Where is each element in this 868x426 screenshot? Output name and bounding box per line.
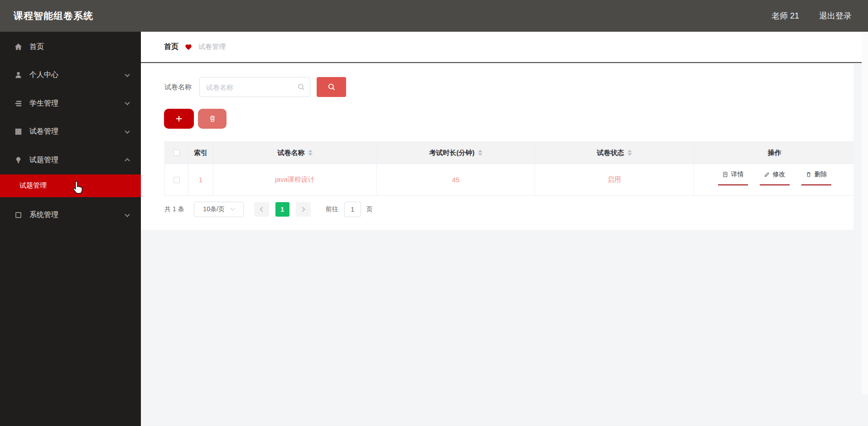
sort-icon[interactable] [627,150,632,156]
page-size-select[interactable]: 10条/页 [194,202,244,217]
sidebar-item-profile[interactable]: 个人中心 [0,61,141,90]
chevron-down-icon [230,206,235,210]
logout-link[interactable]: 退出登录 [819,10,852,21]
sidebar-item-students[interactable]: 学生管理 [0,89,141,118]
scrollbar-track[interactable] [862,0,868,394]
breadcrumb-current: 试卷管理 [198,43,226,51]
header-checkbox-cell [165,141,188,164]
chevron-down-icon [125,72,130,77]
prev-page-button[interactable] [254,202,269,217]
bulb-icon [14,155,23,165]
table-row: 1 java课程设计 45 启用 详情 [165,164,855,196]
sidebar-subitem-question-manage[interactable]: 试题管理 [0,174,141,197]
main-area: 首页 试卷管理 试卷名称 [141,32,868,426]
search-input-wrap [199,77,310,97]
cell-index: 1 [188,164,213,196]
grid-icon [14,127,23,136]
sidebar-item-home[interactable]: 首页 [0,33,141,61]
home-icon [14,42,23,51]
app-title: 课程智能组卷系统 [14,10,93,22]
sidebar-item-label: 试题管理 [29,155,58,165]
chevron-left-icon [260,207,265,212]
column-header-name: 试卷名称 [213,141,377,164]
column-header-actions: 操作 [694,141,855,164]
detail-button[interactable]: 详情 [718,170,748,185]
select-all-checkbox[interactable] [174,150,180,156]
topbar-right: 老师 21 退出登录 [772,10,852,21]
sidebar-item-label: 系统管理 [29,210,58,220]
document-icon [722,171,728,178]
plus-icon [174,114,183,123]
topbar: 课程智能组卷系统 老师 21 退出登录 [0,0,868,32]
trash-icon [805,171,812,178]
row-checkbox-cell [165,164,188,196]
search-label: 试卷名称 [164,83,192,92]
row-actions: 详情 修改 [718,164,831,195]
column-header-index: 索引 [188,141,213,164]
row-checkbox[interactable] [174,177,180,183]
search-button[interactable] [317,77,346,97]
sort-icon[interactable] [308,150,313,156]
pagination: 共 1 条 10条/页 1 前往 页 [164,201,373,218]
content-right-gutter [854,64,862,230]
search-input[interactable] [199,77,310,97]
sidebar-subitem-label: 试题管理 [19,181,47,190]
sidebar: 首页 个人中心 学生管理 试卷管理 试 [0,32,141,426]
papers-table: 索引 试卷名称 考试时长(分钟) 试卷状态 操作 [164,141,855,196]
add-button[interactable] [164,109,194,129]
sidebar-item-papers[interactable]: 试卷管理 [0,118,141,146]
trash-icon [208,115,217,123]
edit-button[interactable]: 修改 [760,170,790,185]
heart-icon [185,44,192,51]
breadcrumb: 首页 试卷管理 [141,32,868,63]
user-icon [14,71,23,80]
list-icon [14,99,23,108]
sidebar-item-questions[interactable]: 试题管理 [0,146,141,174]
goto-page-input[interactable] [344,202,361,217]
sidebar-item-label: 首页 [29,42,44,52]
current-user[interactable]: 老师 21 [772,10,799,21]
cell-duration: 45 [377,164,535,196]
cell-status: 启用 [535,164,694,196]
page-unit-label: 页 [366,205,373,213]
goto-label: 前往 [326,205,338,213]
chevron-down-icon [125,128,130,133]
search-icon [297,82,306,92]
batch-delete-button[interactable] [198,109,227,129]
sort-icon[interactable] [478,150,482,156]
pen-icon [764,171,770,178]
search-icon [327,82,336,92]
delete-button[interactable]: 删除 [801,170,831,185]
page-number-button[interactable]: 1 [275,202,289,217]
pagination-total: 共 1 条 [164,205,184,213]
column-header-status: 试卷状态 [535,141,694,164]
app-window: 课程智能组卷系统 老师 21 退出登录 首页 个人中心 学生管理 [0,0,868,426]
sidebar-item-label: 试卷管理 [29,127,58,136]
next-page-button[interactable] [296,202,311,217]
sidebar-item-system[interactable]: 系统管理 [0,201,141,230]
chevron-up-icon [125,158,130,163]
chevron-down-icon [125,212,130,217]
sidebar-item-label: 学生管理 [29,99,58,108]
sidebar-item-label: 个人中心 [29,70,58,80]
content-card: 试卷名称 [141,64,868,230]
chevron-down-icon [125,100,130,105]
chevron-right-icon [300,207,305,212]
cell-paper-name[interactable]: java课程设计 [213,164,377,196]
table-header-row: 索引 试卷名称 考试时长(分钟) 试卷状态 操作 [165,141,855,164]
frame-icon [14,211,23,220]
column-header-duration: 考试时长(分钟) [377,141,535,164]
breadcrumb-home[interactable]: 首页 [164,42,178,52]
cell-actions: 详情 修改 [694,164,855,196]
